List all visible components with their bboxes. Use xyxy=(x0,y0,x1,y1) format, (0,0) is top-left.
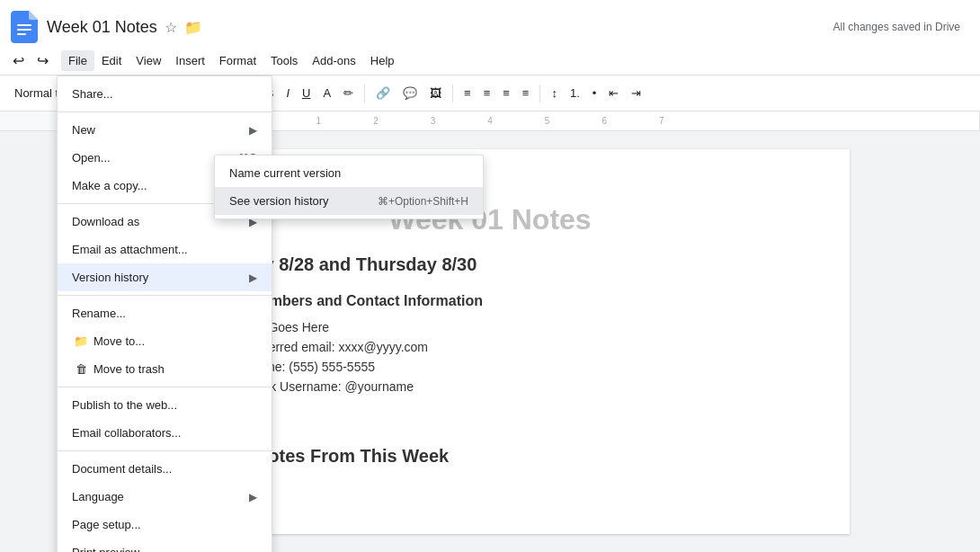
toolbar-sep-4 xyxy=(364,85,365,102)
version-history-label: Version history xyxy=(72,271,249,284)
move-trash-label: Move to trash xyxy=(94,362,257,376)
file-publish[interactable]: Publish to the web... xyxy=(58,391,272,419)
file-doc-details[interactable]: Document details... xyxy=(58,455,272,483)
menu-addons[interactable]: Add-ons xyxy=(305,50,362,71)
svg-rect-0 xyxy=(17,24,31,26)
file-dropdown: Share... New ▶ Open... ⌘O Make a copy...… xyxy=(57,76,272,552)
email-line: Preferred email: xxxx@yyyy.com xyxy=(202,340,778,354)
svg-rect-2 xyxy=(17,33,26,35)
file-email-attachment[interactable]: Email as attachment... xyxy=(58,236,272,263)
name-version-label: Name current version xyxy=(229,166,341,180)
move-to-label: Move to... xyxy=(94,334,257,348)
name-current-version[interactable]: Name current version xyxy=(215,159,483,187)
folder-icon[interactable]: 📁 xyxy=(184,19,202,36)
align-justify-btn[interactable]: ≡ xyxy=(517,83,535,103)
sep4 xyxy=(58,387,272,387)
publish-label: Publish to the web... xyxy=(72,398,257,412)
file-move-to[interactable]: 📁 Move to... xyxy=(58,327,272,355)
language-arrow: ▶ xyxy=(249,491,257,503)
file-version-history[interactable]: Version history ▶ xyxy=(58,263,272,291)
italic-btn[interactable]: I xyxy=(281,83,295,103)
ruler-inner: | 1 2 3 4 5 6 7 xyxy=(216,111,980,130)
align-left-btn[interactable]: ≡ xyxy=(459,83,477,103)
doc-subtitle: Tuesday 8/28 and Thursday 8/30 xyxy=(202,254,778,275)
menu-format[interactable]: Format xyxy=(212,50,263,71)
email-attach-label: Email as attachment... xyxy=(72,243,257,256)
doc-icon xyxy=(11,11,38,43)
redo-btn[interactable]: ↪ xyxy=(31,49,54,73)
comment-btn[interactable]: 💬 xyxy=(397,83,423,103)
file-new[interactable]: New ▶ xyxy=(58,116,272,144)
see-version-history[interactable]: See version history ⌘+Option+Shift+H xyxy=(215,187,483,215)
menu-file[interactable]: File xyxy=(61,50,94,71)
submenu-container: Name current version See version history… xyxy=(214,155,484,219)
file-print-preview[interactable]: Print preview xyxy=(58,539,272,552)
sep3 xyxy=(58,295,272,296)
menu-view[interactable]: View xyxy=(129,50,168,71)
see-version-shortcut: ⌘+Option+Shift+H xyxy=(378,195,468,208)
title-area: Week 01 Notes ☆ 📁 xyxy=(47,18,833,37)
title-bar: Week 01 Notes ☆ 📁 All changes saved in D… xyxy=(0,0,980,47)
phone-line: Phone: (555) 555-5555 xyxy=(202,360,778,374)
toolbar-sep-6 xyxy=(539,85,540,102)
list-bullet-btn[interactable]: • xyxy=(587,83,602,103)
menu-help[interactable]: Help xyxy=(363,50,402,71)
indent-dec-btn[interactable]: ⇤ xyxy=(603,83,624,103)
section1-title: Group Members and Contact Information xyxy=(202,293,778,309)
file-language[interactable]: Language ▶ xyxy=(58,483,272,511)
see-version-label: See version history xyxy=(229,194,329,208)
highlight-btn[interactable]: ✏ xyxy=(338,83,359,103)
email-collabs-label: Email collaborators... xyxy=(72,426,257,440)
drive-status: All changes saved in Drive xyxy=(833,21,969,33)
menu-edit[interactable]: Edit xyxy=(94,50,129,71)
menu-bar: ↩ ↪ File Edit View Insert Format Tools A… xyxy=(0,47,980,76)
folder-icon-menu: 📁 xyxy=(72,334,90,348)
version-history-submenu: Name current version See version history… xyxy=(214,155,484,219)
slack-line: Slack Username: @yourname xyxy=(202,379,778,394)
doc-details-label: Document details... xyxy=(72,462,257,476)
sep5 xyxy=(58,450,272,451)
file-move-trash[interactable]: 🗑 Move to trash xyxy=(58,355,272,383)
menu-tools[interactable]: Tools xyxy=(263,50,305,71)
file-email-collabs[interactable]: Email collaborators... xyxy=(58,419,272,447)
underline-btn[interactable]: U xyxy=(297,83,316,103)
line-spacing-btn[interactable]: ↕ xyxy=(546,83,563,103)
file-page-setup[interactable]: Page setup... xyxy=(58,511,272,539)
list-numbered-btn[interactable]: 1. xyxy=(565,83,585,103)
section2-title: Other Notes From This Week xyxy=(202,446,778,467)
page-setup-label: Page setup... xyxy=(72,518,257,531)
align-center-btn[interactable]: ≡ xyxy=(478,83,496,103)
trash-icon: 🗑 xyxy=(72,362,90,376)
language-label: Language xyxy=(72,490,249,503)
name-line: Your Name Goes Here xyxy=(202,320,778,334)
link-btn[interactable]: 🔗 xyxy=(370,83,396,103)
image-btn[interactable]: 🖼 xyxy=(424,83,447,103)
svg-rect-1 xyxy=(17,29,31,31)
file-share[interactable]: Share... xyxy=(58,80,272,108)
sep1 xyxy=(58,111,272,112)
doc-title[interactable]: Week 01 Notes xyxy=(47,18,157,37)
indent-inc-btn[interactable]: ⇥ xyxy=(626,83,646,103)
new-arrow: ▶ xyxy=(249,124,257,137)
new-label: New xyxy=(72,123,249,137)
menu-insert[interactable]: Insert xyxy=(168,50,212,71)
file-rename[interactable]: Rename... xyxy=(58,299,272,327)
file-menu-dropdown: Share... New ▶ Open... ⌘O Make a copy...… xyxy=(57,76,272,552)
version-history-arrow: ▶ xyxy=(249,272,257,284)
share-label: Share... xyxy=(72,87,257,101)
print-preview-label: Print preview xyxy=(72,546,257,552)
text-color-btn[interactable]: A xyxy=(317,83,336,103)
undo-btn[interactable]: ↩ xyxy=(7,49,30,73)
star-icon[interactable]: ☆ xyxy=(165,19,177,36)
toolbar-sep-5 xyxy=(452,85,453,102)
align-right-btn[interactable]: ≡ xyxy=(497,83,515,103)
rename-label: Rename... xyxy=(72,307,257,320)
open-label: Open... xyxy=(72,151,238,165)
